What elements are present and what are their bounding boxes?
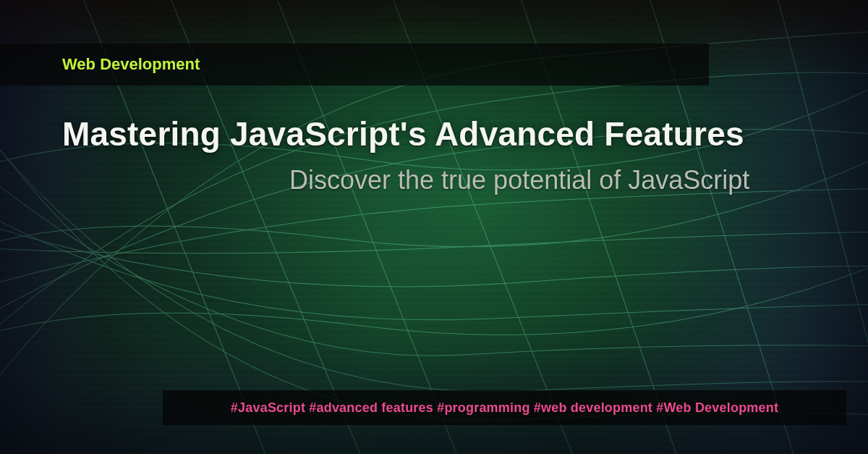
page-subtitle: Discover the true potential of JavaScrip… — [289, 165, 749, 196]
content-layer: Web Development Mastering JavaScript's A… — [0, 0, 868, 454]
tags-text: #JavaScript #advanced features #programm… — [231, 400, 778, 416]
category-label: Web Development — [62, 55, 200, 74]
tags-bar: #JavaScript #advanced features #programm… — [163, 390, 846, 425]
category-bar: Web Development — [0, 43, 709, 85]
page-title: Mastering JavaScript's Advanced Features — [62, 114, 744, 154]
